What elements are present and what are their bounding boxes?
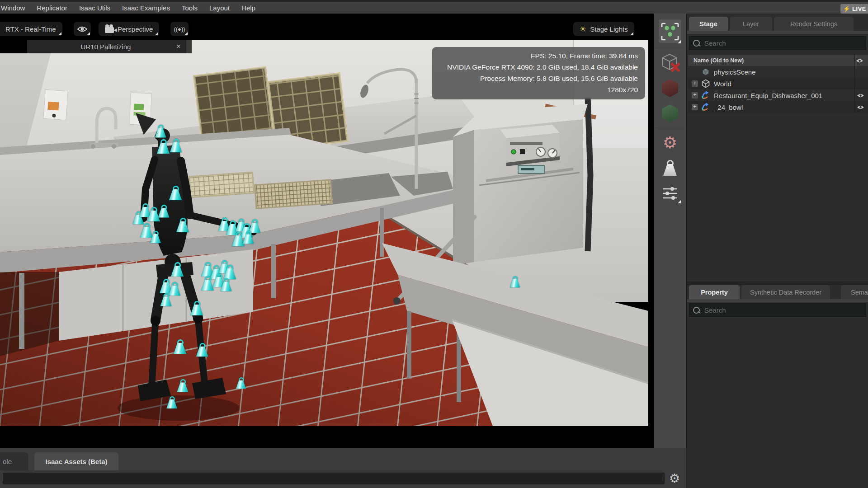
menu-tools[interactable]: Tools <box>182 4 198 12</box>
tree-sort-label: Name (Old to New) <box>693 57 744 64</box>
tab-render-settings-label: Render Settings <box>790 20 837 28</box>
panel-splitter[interactable] <box>687 282 868 285</box>
simulation-toolbar: ⚙ <box>654 14 686 448</box>
prim-name: physicsScene <box>714 68 756 76</box>
tab-ur10-palletizing[interactable]: UR10 Palletizing × <box>27 40 186 53</box>
tab-render-settings[interactable]: Render Settings <box>774 17 854 31</box>
stage-tree-header[interactable]: Name (Old to New) <box>688 55 868 66</box>
assets-filter-input[interactable] <box>3 473 665 484</box>
tab-console-label: ole <box>3 458 12 465</box>
tab-sdr-label: Synthetic Data Recorder <box>750 289 821 296</box>
prim-name: Restaurant_Equip_Dishwasher_001 <box>714 92 822 99</box>
live-sync-badge[interactable]: ⚡ LIVE <box>840 4 868 14</box>
search-icon <box>693 40 700 47</box>
tree-row-dishwasher[interactable]: + Restaurant_Equip_Dishwasher_001 <box>688 89 868 101</box>
search-icon <box>693 307 700 314</box>
expand-toggle[interactable]: + <box>692 80 698 87</box>
camera-label: Perspective <box>118 25 153 33</box>
physics-scene-icon <box>701 67 710 76</box>
expand-toggle[interactable]: + <box>692 92 698 99</box>
stats-memory: Process Memory: 5.8 GiB used, 15.6 GiB a… <box>436 73 638 84</box>
tab-synthetic-data-recorder[interactable]: Synthetic Data Recorder <box>741 285 830 299</box>
tab-property[interactable]: Property <box>689 285 740 299</box>
live-label: LIVE <box>852 5 866 12</box>
property-search[interactable] <box>689 303 866 317</box>
renderer-mode-label: RTX - Real-Time <box>5 25 56 33</box>
tab-isaac-assets-label: Isaac Assets (Beta) <box>45 458 107 465</box>
render-stats-overlay: FPS: 25.10, Frame time: 39.84 ms NVIDIA … <box>432 47 645 99</box>
maroon-cube-button[interactable] <box>654 75 686 101</box>
visibility-eye-icon[interactable] <box>857 105 864 110</box>
bottom-panel: ole Isaac Assets (Beta) ⚙ <box>0 448 686 488</box>
tab-semantics-label: Seman <box>851 289 868 296</box>
tab-console-partial[interactable]: ole <box>0 452 28 470</box>
right-panel: Stage Layer Render Settings Name (Old to… <box>686 14 868 488</box>
reference-prim-icon <box>701 91 710 100</box>
property-search-input[interactable] <box>703 306 841 314</box>
expander-spacer: + <box>692 69 698 75</box>
mass-tool-button[interactable] <box>654 155 686 181</box>
close-icon[interactable]: × <box>171 42 186 51</box>
menu-help[interactable]: Help <box>241 4 255 12</box>
tab-isaac-assets[interactable]: Isaac Assets (Beta) <box>34 452 118 470</box>
ghost-cube-button[interactable] <box>654 50 686 75</box>
tab-property-label: Property <box>701 289 728 296</box>
visibility-menu-button[interactable] <box>74 22 91 36</box>
gear-icon: ⚙ <box>663 135 677 151</box>
maroon-cube-icon <box>662 79 678 97</box>
light-bulb-icon: ☀ <box>580 25 586 33</box>
tab-stage-label: Stage <box>699 20 717 28</box>
menu-layout[interactable]: Layout <box>209 4 230 12</box>
stage-search[interactable] <box>689 36 866 50</box>
stage-search-input[interactable] <box>703 39 841 47</box>
filter-options-button[interactable] <box>654 181 686 206</box>
tab-stage[interactable]: Stage <box>689 17 728 31</box>
menu-isaac-utils[interactable]: Isaac Utils <box>79 4 110 12</box>
hidden-cube-icon <box>660 52 680 73</box>
broadcast-icon: ((●)) <box>174 26 185 33</box>
green-cube-button[interactable] <box>654 101 686 126</box>
prim-name: _24_bowl <box>714 103 743 111</box>
lightning-icon: ⚡ <box>843 5 850 12</box>
xform-cube-icon <box>701 79 710 88</box>
render-settings-quick-button[interactable]: ((●)) <box>170 22 189 36</box>
camera-menu-button[interactable]: Perspective <box>99 22 159 36</box>
weight-icon <box>663 164 677 176</box>
menu-window[interactable]: Window <box>1 4 25 12</box>
menu-bar: Window Replicator Isaac Utils Isaac Exam… <box>0 0 868 14</box>
eye-column-icon[interactable] <box>856 58 863 63</box>
tree-row-world[interactable]: + World <box>688 78 868 89</box>
visibility-eye-icon[interactable] <box>857 93 864 98</box>
viewport-region: RTX - Real-Time Perspective ((●)) ☀ Stag… <box>0 14 648 448</box>
viewport-tab-row: UR10 Palletizing × <box>0 40 196 53</box>
tab-semantics[interactable]: Seman <box>841 285 868 299</box>
expand-toggle[interactable]: + <box>692 104 698 110</box>
flat-rack-right[interactable] <box>255 180 332 209</box>
green-cube-icon <box>662 104 678 122</box>
prim-name: World <box>714 80 731 88</box>
physics-settings-button[interactable]: ⚙ <box>654 130 686 155</box>
tree-row-24-bowl[interactable]: + _24_bowl <box>688 101 868 113</box>
viewport-tab-title: UR10 Palletizing <box>27 43 171 51</box>
tab-layer[interactable]: Layer <box>730 17 772 31</box>
menu-isaac-examples[interactable]: Isaac Examples <box>122 4 170 12</box>
stage-lights-button[interactable]: ☀ Stage Lights <box>573 22 634 36</box>
eye-icon <box>77 26 87 33</box>
stats-fps: FPS: 25.10, Frame time: 39.84 ms <box>436 50 638 61</box>
tab-layer-label: Layer <box>743 20 759 28</box>
stats-resolution: 1280x720 <box>436 84 638 95</box>
selection-mode-button[interactable] <box>654 17 686 46</box>
menu-replicator[interactable]: Replicator <box>37 4 67 12</box>
selection-cubes-icon <box>660 22 680 42</box>
soap-dispenser-left[interactable] <box>43 89 68 120</box>
sliders-icon <box>662 185 678 202</box>
tree-row-physicsscene[interactable]: + physicsScene <box>688 66 868 78</box>
stats-gpu: NVIDIA GeForce RTX 4090: 2.0 GiB used, 1… <box>436 61 638 73</box>
isaac-sim-window: Window Replicator Isaac Utils Isaac Exam… <box>0 0 868 488</box>
renderer-mode-button[interactable]: RTX - Real-Time <box>0 22 62 36</box>
stage-lights-label: Stage Lights <box>590 25 627 33</box>
flat-rack-left[interactable] <box>189 172 254 197</box>
assets-settings-gear-icon[interactable]: ⚙ <box>666 471 683 486</box>
reference-prim-icon <box>701 103 710 112</box>
camera-icon <box>105 27 114 33</box>
